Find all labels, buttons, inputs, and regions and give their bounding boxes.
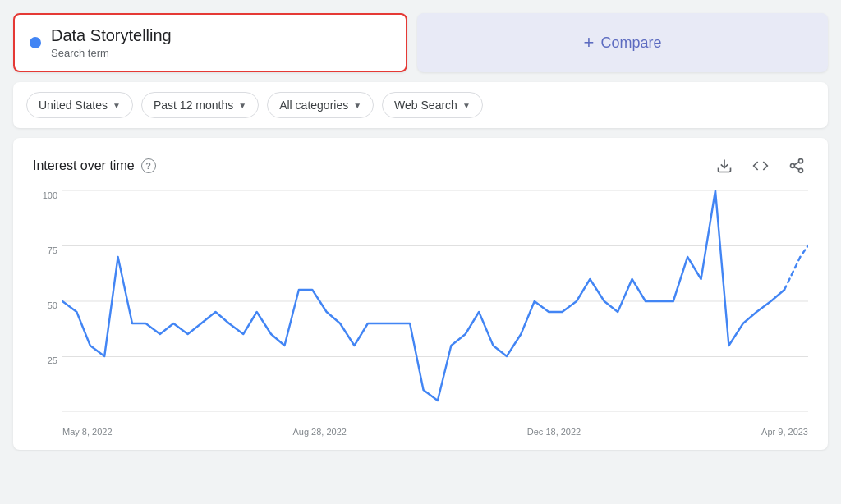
search-term-card[interactable]: Data Storytelling Search term [13,13,407,72]
x-label-dec: Dec 18, 2022 [527,427,581,437]
compare-plus-icon: + [584,32,595,53]
y-label-50: 50 [33,300,57,310]
x-label-aug: Aug 28, 2022 [292,427,346,437]
download-button[interactable] [713,154,736,177]
search-term-text: Data Storytelling Search term [51,26,172,59]
category-chevron-icon: ▼ [353,101,361,110]
share-button[interactable] [785,154,808,177]
chart-header: Interest over time ? [33,154,808,177]
compare-card-inner: + Compare [584,32,662,53]
svg-point-1 [799,159,803,163]
help-icon[interactable]: ? [141,158,156,173]
region-chevron-icon: ▼ [113,101,121,110]
x-label-apr: Apr 9, 2023 [761,427,808,437]
chart-actions [713,154,808,177]
svg-line-5 [794,162,799,164]
svg-point-2 [791,164,795,168]
search-term-dot [30,37,41,48]
x-label-may: May 8, 2022 [62,427,113,437]
y-label-75: 75 [33,245,57,255]
svg-point-3 [799,168,803,172]
chart-title-group: Interest over time ? [33,158,156,173]
embed-button[interactable] [749,154,772,177]
search-term-name: Data Storytelling [51,26,172,45]
search-type-chevron-icon: ▼ [462,101,471,110]
category-filter[interactable]: All categories ▼ [267,92,374,118]
chart-line [62,190,784,401]
chart-dotted-line [784,245,808,290]
y-label-25: 25 [33,355,57,365]
period-filter[interactable]: Past 12 months ▼ [141,92,259,118]
chart-svg [62,190,808,412]
period-chevron-icon: ▼ [238,101,246,110]
y-label-100: 100 [33,190,57,200]
y-axis-labels: 100 75 50 25 [33,190,57,412]
compare-card[interactable]: + Compare [417,13,828,72]
chart-card: Interest over time ? [13,138,828,450]
search-type-filter[interactable]: Web Search ▼ [382,92,483,118]
top-section: Data Storytelling Search term + Compare [13,13,828,72]
x-axis-labels: May 8, 2022 Aug 28, 2022 Dec 18, 2022 Ap… [62,427,808,437]
filters-bar: United States ▼ Past 12 months ▼ All cat… [13,82,828,128]
compare-label: Compare [600,34,661,52]
chart-title: Interest over time [33,158,135,173]
search-term-label: Search term [51,47,172,59]
region-filter[interactable]: United States ▼ [26,92,133,118]
chart-area: 100 75 50 25 May 8, 2022 Aug 28, 2022 [33,190,808,437]
region-filter-label: United States [39,99,108,112]
svg-line-4 [794,167,799,169]
search-type-filter-label: Web Search [394,99,457,112]
period-filter-label: Past 12 months [154,99,233,112]
category-filter-label: All categories [279,99,348,112]
